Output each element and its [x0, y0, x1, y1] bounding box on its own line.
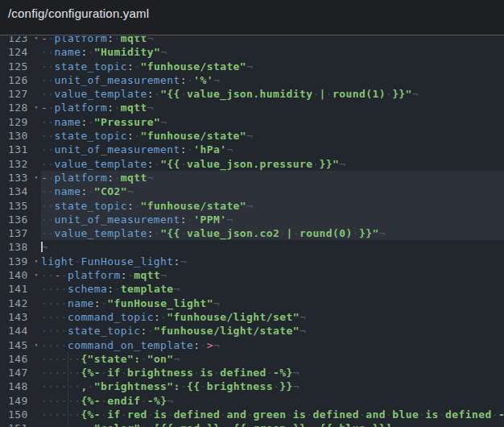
code-line[interactable]: 151······,·"color":·[{{·red·}},·{{·green…: [0, 421, 504, 427]
fold-arrow-icon[interactable]: ▾: [34, 36, 39, 45]
line-gutter: 137: [0, 226, 41, 240]
line-number[interactable]: 133: [8, 172, 28, 184]
line-number[interactable]: 130: [8, 130, 28, 142]
code-line[interactable]: 128▾-·platform:·mqtt¬: [0, 101, 504, 114]
line-number[interactable]: 138: [8, 241, 28, 253]
code-line[interactable]: 137··value_template:·"{{·value_json.co2·…: [0, 226, 504, 240]
code-line[interactable]: 133▾-·platform:·mqtt¬: [0, 171, 504, 184]
code-text: ····command_topic:·"funhouse/light/set"¬: [41, 310, 504, 324]
line-number[interactable]: 136: [8, 214, 28, 226]
code-line[interactable]: 144····state_topic:·"funhouse/light/stat…: [0, 324, 504, 338]
code-text: ··value_template:·"{{·value_json.humidit…: [41, 87, 504, 101]
line-gutter: 147: [0, 366, 41, 379]
code-text: ··unit_of_measurement:·'PPM'¬: [41, 213, 504, 226]
line-number[interactable]: 139: [8, 255, 28, 267]
code-line[interactable]: 129··name:·"Pressure"¬: [0, 115, 504, 129]
code-text: ····schema:·template¬: [41, 282, 504, 296]
line-gutter: 140▾: [0, 268, 41, 282]
line-number[interactable]: 149: [8, 395, 28, 407]
line-number[interactable]: 140: [8, 269, 28, 281]
line-number[interactable]: 135: [8, 200, 28, 212]
line-number[interactable]: 145: [8, 339, 28, 351]
code-line[interactable]: 126··unit_of_measurement:·'%'¬: [0, 73, 504, 87]
fold-arrow-icon[interactable]: ▾: [34, 171, 39, 184]
line-number[interactable]: 129: [8, 116, 28, 128]
code-line[interactable]: 125··state_topic:·"funhouse/state"¬: [0, 60, 504, 73]
code-line[interactable]: 145▾····command_on_template:·>¬: [0, 338, 504, 352]
code-line[interactable]: 127··value_template:·"{{·value_json.humi…: [0, 87, 504, 101]
code-line[interactable]: 141····schema:·template¬: [0, 282, 504, 296]
line-number[interactable]: 142: [8, 297, 28, 309]
line-number[interactable]: 125: [8, 60, 28, 73]
code-text: light·FunHouse_light:¬: [41, 255, 504, 268]
code-text: ¬: [41, 240, 504, 254]
code-text: ······{"state":·"on"¬: [41, 352, 504, 366]
line-number[interactable]: 137: [8, 227, 28, 239]
code-text: -·platform:·mqtt¬: [41, 171, 504, 184]
code-line[interactable]: 134··name:·"CO2"¬: [0, 184, 504, 198]
code-line[interactable]: 149······{%-·endif·-%}¬: [0, 394, 504, 408]
indent-guide: [68, 421, 68, 427]
line-number[interactable]: 148: [8, 380, 28, 392]
code-line[interactable]: 147······{%-·if·brightness·is·defined·-%…: [0, 366, 504, 379]
line-number[interactable]: 124: [8, 46, 28, 58]
line-gutter: 142: [0, 296, 41, 310]
editor-header: /config/configuration.yaml: [0, 0, 504, 35]
line-gutter: 123▾: [0, 36, 41, 45]
code-line[interactable]: 136··unit_of_measurement:·'PPM'¬: [0, 213, 504, 226]
code-text: ······,·"color":·[{{·red·}},·{{·green·}}…: [41, 421, 504, 427]
code-editor[interactable]: 123▾-·platform:·mqtt¬124··name:·"Humidit…: [0, 36, 504, 427]
code-text: ··state_topic:·"funhouse/state"¬: [41, 129, 504, 143]
code-line[interactable]: 150······{%-·if·red·is·defined·and·green…: [0, 408, 504, 421]
code-text: -·platform:·mqtt¬: [41, 36, 504, 45]
code-line[interactable]: 124··name:·"Humidity"¬: [0, 45, 504, 59]
code-line[interactable]: 130··state_topic:·"funhouse/state"¬: [0, 129, 504, 143]
code-line[interactable]: 146······{"state":·"on"¬: [0, 352, 504, 366]
fold-arrow-icon[interactable]: ▾: [34, 101, 39, 114]
fold-arrow-icon[interactable]: ▾: [34, 255, 39, 268]
line-number[interactable]: 126: [8, 74, 28, 86]
line-number[interactable]: 123: [8, 36, 28, 44]
code-line[interactable]: 139▾light·FunHouse_light:¬: [0, 255, 504, 268]
code-line[interactable]: 140▾··-·platform:·mqtt¬: [0, 268, 504, 282]
line-number[interactable]: 132: [8, 158, 28, 170]
code-line[interactable]: 148······,·"brightness":·{{·brightness·}…: [0, 379, 504, 393]
code-line[interactable]: 131··unit_of_measurement:·'hPa'¬: [0, 143, 504, 156]
indent-guide: [68, 408, 68, 421]
code-text: ··-·platform:·mqtt¬: [41, 268, 504, 282]
line-number[interactable]: 144: [8, 325, 28, 337]
code-line[interactable]: 143····command_topic:·"funhouse/light/se…: [0, 310, 504, 324]
file-path-title: /config/configuration.yaml: [8, 6, 149, 20]
line-gutter: 138: [0, 240, 41, 254]
code-line[interactable]: 142····name:·"funHouse_light"¬: [0, 296, 504, 310]
line-number[interactable]: 134: [8, 185, 28, 197]
code-text: ····name:·"funHouse_light"¬: [41, 296, 504, 310]
code-line[interactable]: 132··value_template:·"{{·value_json.pres…: [0, 157, 504, 171]
line-gutter: 145▾: [0, 338, 41, 352]
line-gutter: 136: [0, 213, 41, 226]
indent-guide: [68, 379, 68, 393]
text-cursor: [41, 242, 43, 252]
line-number[interactable]: 151: [8, 422, 28, 427]
line-number[interactable]: 146: [8, 353, 28, 365]
line-number[interactable]: 127: [8, 88, 28, 100]
line-gutter: 128▾: [0, 101, 41, 114]
line-gutter: 130: [0, 129, 41, 143]
code-text: ··value_template:·"{{·value_json.pressur…: [41, 157, 504, 171]
line-number[interactable]: 131: [8, 143, 28, 155]
code-line[interactable]: 138¬: [0, 240, 504, 254]
code-line[interactable]: 135··state_topic:·"funhouse/state"¬: [0, 199, 504, 213]
line-number[interactable]: 128: [8, 102, 28, 114]
line-number[interactable]: 143: [8, 311, 28, 323]
code-line[interactable]: 123▾-·platform:·mqtt¬: [0, 36, 504, 45]
line-gutter: 139▾: [0, 255, 41, 268]
line-number[interactable]: 141: [8, 283, 28, 295]
line-gutter: 150: [0, 408, 41, 421]
line-number[interactable]: 147: [8, 367, 28, 379]
fold-arrow-icon[interactable]: ▾: [34, 338, 39, 352]
code-lines: 123▾-·platform:·mqtt¬124··name:·"Humidit…: [0, 36, 504, 427]
indent-guide: [68, 394, 68, 408]
line-number[interactable]: 150: [8, 408, 28, 421]
fold-arrow-icon[interactable]: ▾: [34, 268, 39, 282]
code-text: ··unit_of_measurement:·'%'¬: [41, 73, 504, 87]
